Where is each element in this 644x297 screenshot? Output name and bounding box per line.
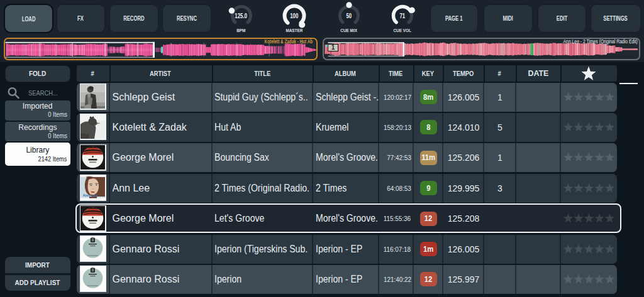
svg-text:Ann Lee: Ann Lee <box>82 193 97 197</box>
